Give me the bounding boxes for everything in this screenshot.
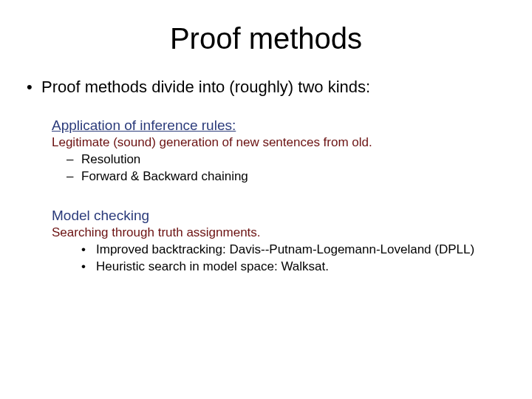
section-subtext: Searching through truth assignments. [52,225,510,240]
bullet-icon: • [81,242,96,259]
section-model-checking: Model checking Searching through truth a… [52,208,510,276]
list-item-text: Forward & Backward chaining [81,169,248,183]
section-heading: Application of inference rules: [52,117,510,134]
list-item-text: Improved backtracking: Davis--Putnam-Log… [96,242,474,256]
list-item-text: Resolution [81,152,140,166]
list-item: •Improved backtracking: Davis--Putnam-Lo… [81,242,510,259]
section-inference-rules: Application of inference rules: Legitima… [52,117,510,185]
list-item: •Heuristic search in model space: Walksa… [81,259,510,276]
top-level-bullet: •Proof methods divide into (roughly) two… [22,78,510,97]
top-bullet-text: Proof methods divide into (roughly) two … [41,78,370,96]
section-items: –Resolution –Forward & Backward chaining [52,151,510,185]
list-item-text: Heuristic search in model space: Walksat… [96,259,329,273]
dash-icon: – [66,168,81,185]
dash-icon: – [66,151,81,168]
list-item: –Resolution [66,151,510,168]
section-heading: Model checking [52,208,510,224]
section-items: •Improved backtracking: Davis--Putnam-Lo… [52,242,510,276]
slide: Proof methods •Proof methods divide into… [0,0,532,399]
bullet-icon: • [81,259,96,276]
list-item: –Forward & Backward chaining [66,168,510,185]
bullet-icon: • [27,78,41,97]
section-subtext: Legitimate (sound) generation of new sen… [52,135,510,150]
page-title: Proof methods [22,22,510,55]
